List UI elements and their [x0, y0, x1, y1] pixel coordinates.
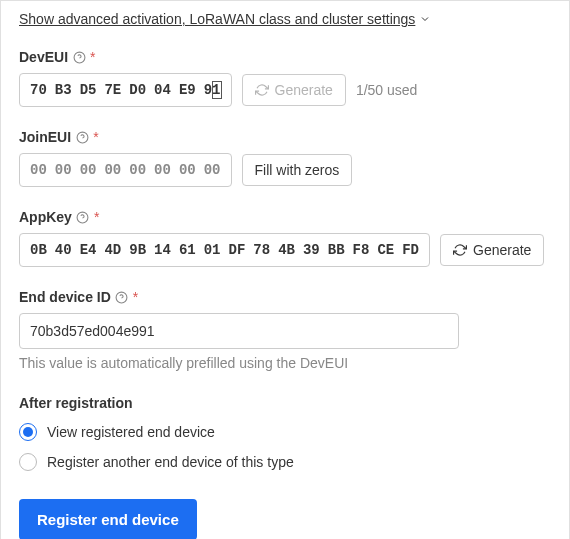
end-device-id-hint: This value is automatically prefilled us…	[19, 355, 551, 371]
help-icon[interactable]	[72, 50, 86, 64]
byte: DF	[225, 239, 250, 261]
byte: D0	[125, 79, 150, 101]
byte: FD	[398, 239, 423, 261]
byte: 00	[150, 159, 175, 181]
end-device-id-label-text: End device ID	[19, 289, 111, 305]
byte: 00	[100, 159, 125, 181]
byte: 91	[200, 79, 225, 101]
join-eui-label: JoinEUI *	[19, 129, 99, 145]
byte: E4	[76, 239, 101, 261]
advanced-settings-toggle[interactable]: Show advanced activation, LoRaWAN class …	[19, 11, 431, 27]
byte: 4B	[274, 239, 299, 261]
byte: 04	[150, 79, 175, 101]
register-end-device-button[interactable]: Register end device	[19, 499, 197, 539]
join-eui-input[interactable]: 00 00 00 00 00 00 00 00	[19, 153, 232, 187]
app-key-field: AppKey * 0B 40 E4 4D 9B 14 61 01 DF 78 4…	[19, 209, 551, 267]
byte: 9B	[125, 239, 150, 261]
end-device-id-field: End device ID * This value is automatica…	[19, 289, 551, 371]
byte: B3	[51, 79, 76, 101]
byte: 00	[26, 159, 51, 181]
generate-label: Generate	[275, 82, 333, 98]
byte: 00	[175, 159, 200, 181]
help-icon[interactable]	[115, 290, 129, 304]
fill-zeros-button[interactable]: Fill with zeros	[242, 154, 353, 186]
byte: 00	[76, 159, 101, 181]
byte: E9	[175, 79, 200, 101]
app-key-input[interactable]: 0B 40 E4 4D 9B 14 61 01 DF 78 4B 39 BB F…	[19, 233, 430, 267]
form-container: Show advanced activation, LoRaWAN class …	[0, 0, 570, 539]
byte: 00	[200, 159, 225, 181]
after-option-view-label: View registered end device	[47, 424, 215, 440]
required-mark: *	[93, 129, 98, 145]
join-eui-row: 00 00 00 00 00 00 00 00 Fill with zeros	[19, 153, 551, 187]
dev-eui-label-text: DevEUI	[19, 49, 68, 65]
required-mark: *	[133, 289, 138, 305]
byte: 0B	[26, 239, 51, 261]
dev-eui-input[interactable]: 70 B3 D5 7E D0 04 E9 91	[19, 73, 232, 107]
end-device-id-input[interactable]	[19, 313, 459, 349]
join-eui-label-text: JoinEUI	[19, 129, 71, 145]
byte: 61	[175, 239, 200, 261]
join-eui-field: JoinEUI * 00 00 00 00 00 00 00 00 Fill w…	[19, 129, 551, 187]
help-icon[interactable]	[75, 130, 89, 144]
byte: 78	[249, 239, 274, 261]
byte: BB	[324, 239, 349, 261]
end-device-id-label: End device ID *	[19, 289, 138, 305]
chevron-down-icon	[419, 13, 431, 25]
end-device-id-row	[19, 313, 551, 349]
required-mark: *	[90, 49, 95, 65]
byte: D5	[76, 79, 101, 101]
byte: 4D	[100, 239, 125, 261]
radio-button[interactable]	[19, 423, 37, 441]
dev-eui-usage: 1/50 used	[356, 82, 418, 98]
byte: 01	[200, 239, 225, 261]
app-key-label-text: AppKey	[19, 209, 72, 225]
byte: 40	[51, 239, 76, 261]
after-registration-title: After registration	[19, 395, 551, 411]
advanced-settings-label: Show advanced activation, LoRaWAN class …	[19, 11, 415, 27]
refresh-icon	[255, 83, 269, 97]
byte: 14	[150, 239, 175, 261]
generate-label: Generate	[473, 242, 531, 258]
required-mark: *	[94, 209, 99, 225]
help-icon[interactable]	[76, 210, 90, 224]
app-key-row: 0B 40 E4 4D 9B 14 61 01 DF 78 4B 39 BB F…	[19, 233, 551, 267]
dev-eui-generate-button: Generate	[242, 74, 346, 106]
after-option-register-another[interactable]: Register another end device of this type	[19, 453, 551, 471]
after-option-register-another-label: Register another end device of this type	[47, 454, 294, 470]
dev-eui-label: DevEUI *	[19, 49, 95, 65]
after-option-view[interactable]: View registered end device	[19, 423, 551, 441]
fill-zeros-label: Fill with zeros	[255, 162, 340, 178]
dev-eui-row: 70 B3 D5 7E D0 04 E9 91 Generate 1/50 us…	[19, 73, 551, 107]
app-key-label: AppKey *	[19, 209, 99, 225]
byte: CE	[373, 239, 398, 261]
register-button-label: Register end device	[37, 511, 179, 528]
byte: 39	[299, 239, 324, 261]
refresh-icon	[453, 243, 467, 257]
byte: 00	[51, 159, 76, 181]
byte: 70	[26, 79, 51, 101]
dev-eui-field: DevEUI * 70 B3 D5 7E D0 04 E9 91 Generat…	[19, 49, 551, 107]
byte: 00	[125, 159, 150, 181]
app-key-generate-button[interactable]: Generate	[440, 234, 544, 266]
radio-button[interactable]	[19, 453, 37, 471]
byte: F8	[349, 239, 374, 261]
byte: 7E	[100, 79, 125, 101]
